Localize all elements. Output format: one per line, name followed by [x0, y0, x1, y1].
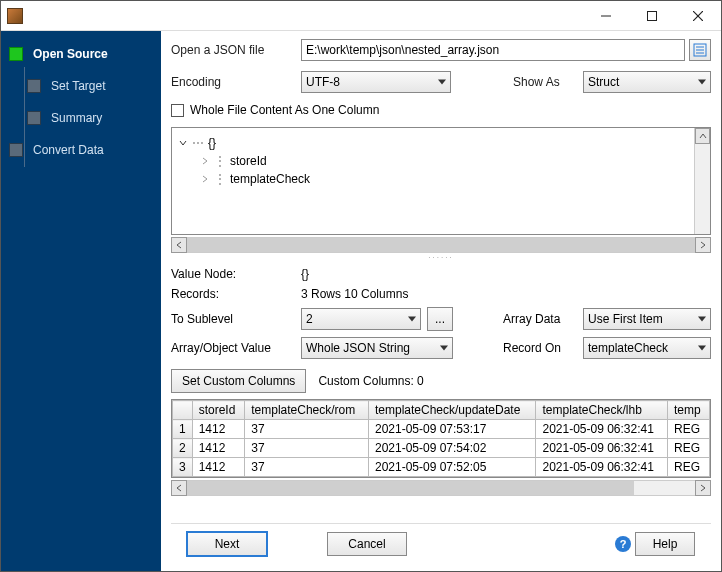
sublevel-more-button[interactable]: ...: [427, 307, 453, 331]
value-node-label: Value Node:: [171, 267, 301, 281]
col-header[interactable]: storeId: [192, 401, 245, 420]
vertical-scrollbar[interactable]: [694, 128, 710, 234]
json-tree[interactable]: ⋯ {} ⋮ storeId ⋮ templateCheck: [171, 127, 711, 235]
sidebar-item-summary[interactable]: Summary: [9, 105, 161, 131]
sidebar-item-label: Open Source: [33, 47, 108, 61]
node-icon: ⋮: [214, 172, 226, 186]
footer: Next Cancel ? Help: [171, 523, 711, 563]
sidebar-item-set-target[interactable]: Set Target: [9, 73, 161, 99]
corner-header: [173, 401, 193, 420]
tree-hscroll[interactable]: [171, 237, 711, 253]
chevron-down-icon: [408, 317, 416, 322]
value-node-value: {}: [301, 267, 309, 281]
next-button[interactable]: Next: [187, 532, 267, 556]
sidebar-item-convert-data[interactable]: Convert Data: [9, 137, 161, 163]
sidebar-item-label: Convert Data: [33, 143, 104, 157]
sidebar-item-label: Set Target: [51, 79, 105, 93]
scroll-thumb[interactable]: [187, 481, 634, 495]
record-on-combo[interactable]: templateCheck: [583, 337, 711, 359]
set-custom-columns-button[interactable]: Set Custom Columns: [171, 369, 306, 393]
braces-icon: ⋯: [192, 136, 204, 150]
step-icon: [27, 79, 41, 93]
array-data-combo[interactable]: Use First Item: [583, 308, 711, 330]
show-as-combo[interactable]: Struct: [583, 71, 711, 93]
tree-root[interactable]: ⋯ {}: [178, 134, 704, 152]
chevron-down-icon: [440, 346, 448, 351]
scroll-left-icon[interactable]: [171, 480, 187, 496]
records-value: 3 Rows 10 Columns: [301, 287, 408, 301]
splitter[interactable]: ∙∙∙∙∙∙: [171, 253, 711, 261]
array-data-label: Array Data: [503, 312, 583, 326]
scroll-up-icon[interactable]: [695, 128, 710, 144]
scroll-right-icon[interactable]: [695, 480, 711, 496]
encoding-combo[interactable]: UTF-8: [301, 71, 451, 93]
chevron-down-icon[interactable]: [178, 138, 188, 148]
maximize-button[interactable]: [629, 1, 675, 30]
sublevel-label: To Sublevel: [171, 312, 301, 326]
custom-columns-count: Custom Columns: 0: [318, 374, 423, 388]
col-header[interactable]: templateCheck/rom: [245, 401, 369, 420]
chevron-down-icon: [698, 346, 706, 351]
step-icon: [27, 111, 41, 125]
tree-node[interactable]: ⋮ templateCheck: [178, 170, 704, 188]
col-header[interactable]: templateCheck/lhb: [536, 401, 668, 420]
chevron-down-icon: [438, 80, 446, 85]
record-on-label: Record On: [503, 341, 583, 355]
sidebar-item-label: Summary: [51, 111, 102, 125]
chevron-down-icon: [698, 80, 706, 85]
chevron-right-icon[interactable]: [200, 174, 210, 184]
col-header[interactable]: temp: [668, 401, 710, 420]
minimize-button[interactable]: [583, 1, 629, 30]
help-icon: ?: [615, 536, 631, 552]
sidebar: Open Source Set Target Summary Convert D…: [1, 31, 161, 571]
scroll-right-icon[interactable]: [695, 237, 711, 253]
svg-rect-1: [648, 11, 657, 20]
records-label: Records:: [171, 287, 301, 301]
table-hscroll[interactable]: [171, 480, 711, 496]
file-path-input[interactable]: [301, 39, 685, 61]
titlebar: [1, 1, 721, 31]
whole-file-checkbox[interactable]: [171, 104, 184, 117]
table-row[interactable]: 3 1412 37 2021-05-09 07:52:05 2021-05-09…: [173, 458, 710, 477]
array-obj-value-combo[interactable]: Whole JSON String: [301, 337, 453, 359]
encoding-label: Encoding: [171, 75, 301, 89]
cancel-button[interactable]: Cancel: [327, 532, 407, 556]
sidebar-item-open-source[interactable]: Open Source: [9, 41, 161, 67]
table-row[interactable]: 1 1412 37 2021-05-09 07:53:17 2021-05-09…: [173, 420, 710, 439]
sublevel-combo[interactable]: 2: [301, 308, 421, 330]
chevron-down-icon: [698, 317, 706, 322]
node-icon: ⋮: [214, 154, 226, 168]
open-json-label: Open a JSON file: [171, 43, 301, 57]
whole-file-label: Whole File Content As One Column: [190, 103, 379, 117]
show-as-label: Show As: [513, 75, 583, 89]
chevron-right-icon[interactable]: [200, 156, 210, 166]
scroll-left-icon[interactable]: [171, 237, 187, 253]
sidebar-tree-line: [24, 67, 25, 167]
step-icon: [9, 143, 23, 157]
array-obj-value-label: Array/Object Value: [171, 341, 301, 355]
tree-node[interactable]: ⋮ storeId: [178, 152, 704, 170]
browse-button[interactable]: [689, 39, 711, 61]
preview-table[interactable]: storeId templateCheck/rom templateCheck/…: [171, 399, 711, 478]
step-icon: [9, 47, 23, 61]
col-header[interactable]: templateCheck/updateDate: [368, 401, 536, 420]
table-row[interactable]: 2 1412 37 2021-05-09 07:54:02 2021-05-09…: [173, 439, 710, 458]
app-icon: [7, 8, 23, 24]
close-button[interactable]: [675, 1, 721, 30]
scroll-thumb[interactable]: [187, 238, 695, 252]
help-button[interactable]: Help: [635, 532, 695, 556]
main-panel: Open a JSON file Encoding UTF-8 Show As …: [161, 31, 721, 571]
